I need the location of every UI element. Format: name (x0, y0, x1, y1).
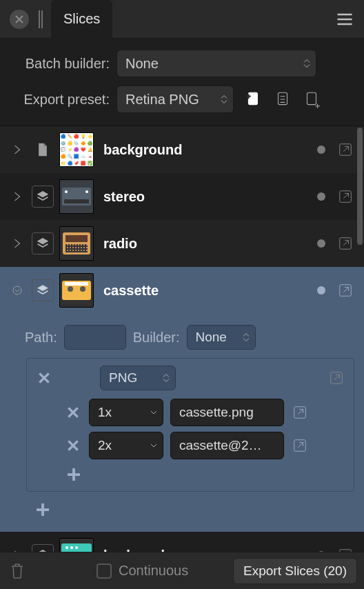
svg-rect-1 (279, 92, 287, 104)
close-panel-button[interactable] (10, 10, 29, 29)
chevron-down-icon (150, 410, 157, 415)
export-slices-button[interactable]: Export Slices (20) (233, 558, 357, 584)
panel-menu-button[interactable] (335, 10, 354, 32)
slice-thumbnail (59, 273, 94, 308)
chevron-updown-icon (163, 374, 170, 383)
path-label: Path: (25, 330, 57, 346)
status-dot-icon (317, 192, 325, 201)
chevron-down-icon (150, 443, 157, 448)
slice-row[interactable]: 🔵✏️🔴💡⭐ ⚙️🟡📎🔶🟢 💬⚡🟣❤️🔔 🟠🔍🟦☁️🔺 📁🔵📌🟥✅ backgr… (0, 126, 364, 173)
scale-select[interactable]: 2x (89, 432, 163, 459)
batch-builder-select[interactable]: None (117, 50, 316, 77)
disclosure-button[interactable] (10, 283, 25, 298)
options-area: Batch builder: None Export preset: Retin… (0, 39, 364, 126)
remove-scale-button[interactable] (64, 403, 82, 421)
slice-row[interactable]: radio (0, 220, 364, 267)
chevron-updown-icon (243, 333, 250, 342)
svg-point-6 (13, 286, 21, 294)
export-slice-button[interactable] (336, 234, 354, 252)
status-dot-icon (317, 146, 325, 154)
export-scale-button[interactable] (291, 403, 309, 421)
add-format-button[interactable] (33, 500, 52, 519)
slice-thumbnail (59, 226, 94, 261)
filename-field[interactable]: cassette@2… (170, 432, 284, 459)
svg-rect-2 (307, 92, 316, 104)
tab-label: Slices (63, 11, 100, 27)
drag-handle-icon[interactable] (39, 10, 43, 28)
export-slice-button[interactable] (336, 281, 354, 299)
footer-bar: Continuous Export Slices (20) (0, 552, 364, 589)
continuous-checkbox[interactable] (97, 563, 112, 579)
scale-select[interactable]: 1x (89, 399, 163, 426)
title-bar: Slices (0, 0, 364, 39)
export-preset-label: Export preset: (10, 92, 117, 108)
layer-icon (32, 232, 54, 254)
layer-icon (32, 279, 54, 301)
export-slice-button[interactable] (336, 141, 354, 159)
path-input[interactable] (64, 325, 126, 350)
continuous-label: Continuous (119, 563, 188, 579)
disclosure-button[interactable] (10, 142, 25, 157)
disclosure-button[interactable] (10, 189, 25, 204)
layer-icon (32, 186, 54, 208)
preset-apply-icon[interactable] (243, 89, 264, 110)
scrollbar[interactable] (357, 128, 363, 245)
format-type-select[interactable]: PNG (100, 366, 176, 390)
slice-name: cassette (99, 283, 312, 299)
export-preset-select[interactable]: Retina PNG (117, 86, 234, 113)
filename-field[interactable]: cassette.png (170, 399, 284, 426)
export-slice-button[interactable] (336, 188, 354, 206)
slice-thumbnail (59, 179, 94, 214)
svg-rect-0 (248, 92, 257, 104)
page-icon (32, 139, 54, 161)
slice-name: stereo (99, 189, 312, 205)
slice-row[interactable]: stereo (0, 173, 364, 220)
slice-thumbnail: 🔵✏️🔴💡⭐ ⚙️🟡📎🔶🟢 💬⚡🟣❤️🔔 🟠🔍🟦☁️🔺 📁🔵📌🟥✅ (59, 132, 94, 167)
status-dot-icon (317, 286, 325, 294)
preset-add-icon[interactable] (301, 89, 322, 110)
builder-label: Builder: (133, 330, 180, 346)
add-scale-button[interactable] (64, 465, 83, 484)
chevron-updown-icon (303, 59, 310, 68)
scale-row: 1x cassette.png (64, 399, 345, 426)
export-format-button[interactable] (327, 369, 345, 387)
formats-box: PNG 1x (26, 358, 354, 492)
scale-row: 2x cassette@2… (64, 432, 345, 459)
slice-detail-panel: Path: Builder: None PNG (0, 314, 364, 532)
slice-list: 🔵✏️🔴💡⭐ ⚙️🟡📎🔶🟢 💬⚡🟣❤️🔔 🟠🔍🟦☁️🔺 📁🔵📌🟥✅ backgr… (0, 126, 364, 579)
export-scale-button[interactable] (291, 437, 309, 455)
trash-button[interactable] (7, 559, 28, 583)
chevron-updown-icon (221, 95, 228, 104)
slice-row[interactable]: cassette (0, 267, 364, 314)
batch-builder-label: Batch builder: (10, 56, 117, 72)
status-dot-icon (317, 239, 325, 248)
builder-select[interactable]: None (187, 325, 256, 350)
slice-name: background (99, 142, 312, 158)
tab-slices[interactable]: Slices (51, 0, 112, 39)
remove-format-button[interactable] (35, 369, 53, 387)
preset-copy-icon[interactable] (272, 89, 293, 110)
slice-name: radio (99, 236, 312, 252)
disclosure-button[interactable] (10, 236, 25, 251)
remove-scale-button[interactable] (64, 437, 82, 455)
